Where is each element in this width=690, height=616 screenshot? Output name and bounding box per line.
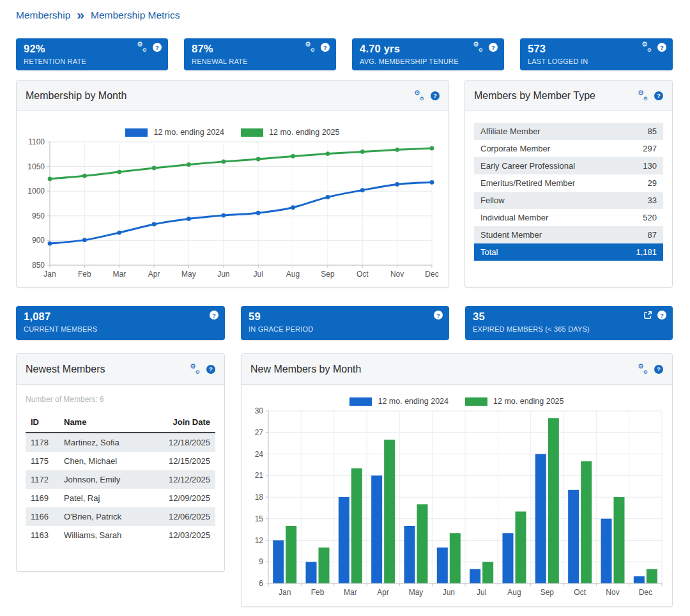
member-type-count: 520 [618,209,663,226]
table-header-row: ID Name Join Date [26,413,215,433]
new-members-bar-chart: 6912151821242730JanFebMarAprMayJunJulAug… [249,407,664,601]
card-title: Newest Members [26,364,105,375]
member-id: 1178 [26,433,59,452]
kpi-label: RETENTION RATE [24,58,160,65]
breadcrumb-membership-metrics[interactable]: Membership Metrics [91,10,180,21]
kpi-label: RENEWAL RATE [192,58,328,65]
members-by-member-type-card: Members by Member Type ⚙⚙ ? Affiliate Me… [464,80,673,288]
svg-text:900: 900 [32,236,45,245]
member-join-date: 12/18/2025 [157,433,215,452]
settings-icon[interactable]: ⚙⚙ [638,365,648,374]
member-type-table: Affiliate Member85Corporate Member297Ear… [474,123,663,261]
kpi-label: AVG. MEMBERSHIP TENURE [360,58,496,65]
settings-icon[interactable]: ⚙⚙ [305,43,316,52]
kpi-value: 35 [473,311,665,323]
settings-icon[interactable]: ⚙⚙ [641,43,652,52]
member-count-label: Number of Members: 6 [26,395,215,404]
breadcrumb-membership[interactable]: Membership [16,10,70,21]
svg-text:30: 30 [255,407,264,415]
external-link-icon[interactable] [643,311,652,320]
svg-text:Apr: Apr [377,588,389,597]
member-type-name: Fellow [474,192,618,209]
member-type-count: 87 [618,226,663,243]
member-type-name: Student Member [474,226,618,243]
total-value: 1,181 [618,243,663,261]
member-type-row: Early Career Professional130 [474,157,663,174]
member-type-name: Corporate Member [474,140,618,157]
legend-label: 12 mo. ending 2024 [378,397,448,406]
card-header: Membership by Month ⚙⚙ ? [17,81,448,111]
help-icon[interactable]: ? [657,43,666,52]
settings-icon[interactable]: ⚙⚙ [638,91,648,100]
member-join-date: 12/06/2025 [157,507,215,526]
column-header-join-date: Join Date [157,413,215,433]
chart-legend: 12 mo. ending 202412 mo. ending 2025 [24,128,441,137]
svg-text:Mar: Mar [344,588,357,597]
help-icon[interactable]: ? [206,365,215,374]
svg-text:18: 18 [255,493,264,502]
member-type-row: Student Member87 [474,226,663,243]
help-icon[interactable]: ? [654,91,663,100]
settings-icon[interactable]: ⚙⚙ [414,91,425,100]
settings-icon[interactable]: ⚙⚙ [137,43,148,52]
kpi-card-in-grace-period: ? 59 IN GRACE PERIOD [241,306,449,340]
kpi-card-last-logged-in: ⚙⚙ ? 573 LAST LOGGED IN [520,38,673,70]
table-row: 1178Martinez, Sofia12/18/2025 [26,433,215,452]
new-members-by-month-card: New Members by Month ⚙⚙ ? 12 mo. ending … [241,353,673,607]
svg-text:Feb: Feb [311,588,325,597]
legend-label: 12 mo. ending 2025 [269,128,340,137]
newest-members-card: Newest Members ⚙⚙ ? Number of Members: 6… [16,353,225,572]
help-icon[interactable]: ? [153,43,162,52]
member-type-name: Individual Member [474,209,618,226]
kpi-card-current-members: ? 1,087 CURRENT MEMBERS [16,306,225,340]
svg-text:Jul: Jul [254,270,263,279]
member-type-total-row: Total 1,181 [474,243,663,261]
svg-text:Sep: Sep [540,588,555,597]
svg-text:24: 24 [255,450,264,459]
svg-text:May: May [181,270,196,279]
member-type-name: Affiliate Member [474,123,618,140]
card-title: New Members by Month [250,364,361,375]
kpi-value: 59 [249,311,441,323]
legend-swatch [125,128,148,137]
svg-text:Dec: Dec [425,270,438,279]
card-title: Membership by Month [26,90,126,102]
svg-text:6: 6 [259,579,263,588]
kpi-value: 1,087 [24,311,217,323]
help-icon[interactable]: ? [434,311,443,320]
member-type-name: Emeritus/Retired Member [474,174,618,192]
kpi-label: EXPIRED MEMBERS (< 365 DAYS) [473,325,665,333]
member-name: Patel, Raj [59,489,157,507]
legend-swatch [241,128,263,137]
help-icon[interactable]: ? [654,365,663,374]
kpi-card-expired-members: ? 35 EXPIRED MEMBERS (< 365 DAYS) [465,306,673,340]
member-id: 1175 [26,452,59,470]
svg-text:1100: 1100 [28,138,45,146]
member-type-row: Affiliate Member85 [474,123,663,140]
legend-item[interactable]: 12 mo. ending 2025 [465,397,564,406]
legend-item[interactable]: 12 mo. ending 2025 [241,128,340,137]
member-name: Williams, Sarah [59,526,157,544]
breadcrumb: Membership » Membership Metrics [16,9,180,21]
help-icon[interactable]: ? [489,43,498,52]
svg-text:Jan: Jan [279,588,291,597]
table-row: 1175Chen, Michael12/15/2025 [26,452,215,470]
help-icon[interactable]: ? [210,311,218,320]
help-icon[interactable]: ? [321,43,330,52]
settings-icon[interactable]: ⚙⚙ [190,365,201,374]
legend-item[interactable]: 12 mo. ending 2024 [125,128,224,137]
settings-icon[interactable]: ⚙⚙ [473,43,484,52]
total-label: Total [474,243,618,261]
newest-members-table-body: 1178Martinez, Sofia12/18/20251175Chen, M… [26,433,215,544]
legend-item[interactable]: 12 mo. ending 2024 [349,397,448,406]
svg-text:Aug: Aug [286,270,300,279]
card-header: Members by Member Type ⚙⚙ ? [465,81,672,111]
kpi-label: LAST LOGGED IN [528,58,665,65]
membership-metrics-page: Membership » Membership Metrics ⚙⚙ ? 92%… [0,0,690,616]
column-header-id: ID [26,413,59,433]
help-icon[interactable]: ? [431,91,440,100]
kpi-card-retention-rate: ⚙⚙ ? 92% RETENTION RATE [16,38,168,70]
help-icon[interactable]: ? [657,311,666,320]
chart-legend: 12 mo. ending 202412 mo. ending 2025 [249,397,664,406]
kpi-label: CURRENT MEMBERS [24,325,217,333]
